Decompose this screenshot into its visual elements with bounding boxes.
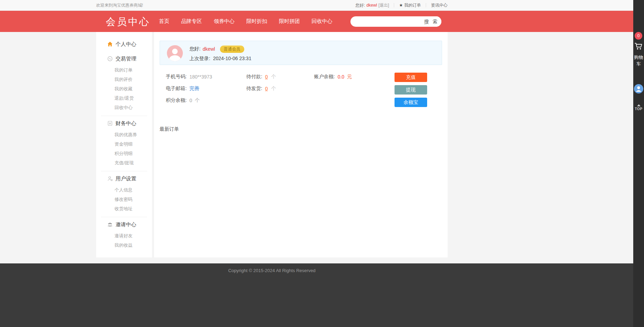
balance-unit: 元	[347, 74, 352, 80]
main-header: 会员中心 首页 品牌专区 领券中心 限时折扣 限时拼团 回收中心 搜 索	[0, 11, 633, 32]
sidebar-item-user-settings[interactable]: 用户设置	[96, 175, 152, 182]
back-to-top-button[interactable]: TOP	[633, 104, 644, 111]
nav-flash-discount[interactable]: 限时折扣	[244, 17, 269, 26]
topbar-username-link[interactable]: dkewl	[366, 3, 377, 8]
yuebao-button[interactable]: 余额宝	[395, 98, 427, 107]
pending-payment-label: 待付款:	[246, 74, 262, 80]
sidebar-item-my-reviews[interactable]: 我的评价	[96, 75, 152, 84]
nav-brand-zone[interactable]: 品牌专区	[179, 17, 204, 26]
sidebar-item-trade-management[interactable]: 交易管理	[96, 55, 152, 63]
pending-shipping-count-link[interactable]: 0	[265, 86, 268, 91]
profile-greeting-label: 您好:	[189, 46, 201, 52]
sidebar-section-title: 财务中心	[116, 120, 136, 127]
topbar-divider	[394, 3, 394, 7]
pending-payment-unit: 个	[271, 74, 276, 80]
invite-icon	[107, 222, 113, 227]
main-nav: 首页 品牌专区 领券中心 限时折扣 限时拼团 回收中心	[157, 11, 334, 32]
sidebar-item-shipping-address[interactable]: 收货地址	[96, 204, 152, 213]
topbar: 欢迎来到淘宝优惠券商城! 您好: dkewl [退出] ★ 我的订单 资讯中心	[0, 0, 633, 11]
home-icon	[107, 41, 113, 47]
search-bar: 搜 索	[350, 16, 441, 27]
balance-label: 账户余额:	[314, 74, 335, 80]
copyright-text: Copyright © 2015-2024 All Rights Reserve…	[96, 263, 448, 273]
sidebar-item-finance-center[interactable]: 财务中心	[96, 120, 152, 127]
up-arrow-icon	[637, 104, 641, 106]
main-content: 您好: dkewl 普通会员 上次登录: 2024-10-06 23:31 手机…	[154, 32, 448, 257]
balance-value: 0.0	[338, 74, 344, 80]
phone-label: 手机号码:	[166, 74, 187, 80]
points-value: 0	[189, 98, 192, 103]
pending-shipping-unit: 个	[271, 85, 276, 92]
sidebar-item-points-details[interactable]: 积分明细	[96, 149, 152, 158]
welcome-text: 欢迎来到淘宝优惠券商城!	[96, 2, 143, 8]
search-input[interactable]	[350, 16, 421, 27]
sidebar-item-my-earnings[interactable]: 我的收益	[96, 240, 152, 250]
pending-shipping-label: 待发货:	[246, 85, 262, 92]
email-label: 电子邮箱:	[166, 85, 187, 92]
sidebar-item-personal-info[interactable]: 个人信息	[96, 185, 152, 195]
user-settings-icon	[107, 176, 113, 181]
sidebar-divider	[101, 217, 147, 217]
greeting-label: 您好:	[356, 2, 365, 8]
sidebar-item-recharge-withdraw[interactable]: 充值/提现	[96, 158, 152, 167]
sidebar-item-my-favorites[interactable]: 我的收藏	[96, 84, 152, 93]
site-logo[interactable]: 会员中心	[106, 15, 150, 28]
member-level-badge: 普通会员	[220, 46, 244, 53]
nav-home[interactable]: 首页	[157, 17, 171, 26]
sidebar-item-recycle-center[interactable]: 回收中心	[96, 103, 152, 112]
cart-icon[interactable]	[634, 42, 643, 51]
cart-count-badge: 0	[635, 32, 642, 40]
sidebar-divider	[101, 116, 147, 116]
sidebar-item-change-password[interactable]: 修改密码	[96, 195, 152, 204]
email-complete-link[interactable]: 完善	[189, 85, 199, 92]
cart-label[interactable]: 购物车	[633, 54, 644, 67]
profile-username: dkewl	[203, 46, 215, 52]
sidebar-item-refund-return[interactable]: 退款/退货	[96, 93, 152, 103]
trade-icon	[107, 56, 113, 62]
sidebar-section-title: 个人中心	[116, 41, 136, 48]
logout-link[interactable]: [退出]	[379, 2, 389, 8]
sidebar-item-my-orders[interactable]: 我的订单	[96, 65, 152, 75]
sidebar-section-title: 交易管理	[116, 56, 136, 62]
nav-coupon-center[interactable]: 领券中心	[212, 17, 237, 26]
footer: Copyright © 2015-2024 All Rights Reserve…	[0, 263, 633, 327]
last-login-time: 2024-10-06 23:31	[213, 56, 252, 62]
pending-payment-count-link[interactable]: 0	[265, 74, 268, 80]
sidebar-item-invite-center[interactable]: 邀请中心	[96, 221, 152, 228]
search-button[interactable]: 搜 索	[421, 16, 441, 27]
points-unit: 个	[195, 97, 200, 104]
sidebar-item-personal-center[interactable]: 个人中心	[96, 40, 152, 48]
sidebar-item-invite-friends[interactable]: 邀请好友	[96, 231, 152, 240]
sidebar-section-title: 邀请中心	[116, 221, 136, 228]
sidebar-item-my-coupons[interactable]: 我的优惠券	[96, 130, 152, 139]
avatar	[167, 45, 183, 61]
sidebar-item-fund-details[interactable]: 资金明细	[96, 139, 152, 149]
customer-service-icon[interactable]	[634, 84, 643, 93]
star-icon: ★	[399, 3, 403, 8]
latest-orders-title: 最新订单	[160, 126, 442, 132]
right-rail: 0 购物车 TOP	[633, 0, 644, 327]
nav-recycle-center[interactable]: 回收中心	[310, 17, 334, 26]
sidebar-divider	[101, 171, 147, 171]
topbar-divider	[426, 3, 426, 7]
my-orders-link[interactable]: 我的订单	[404, 2, 421, 8]
last-login-label: 上次登录:	[189, 56, 210, 62]
user-info-card: 您好: dkewl 普通会员 上次登录: 2024-10-06 23:31	[160, 41, 442, 65]
account-summary: 手机号码: 180**3973 电子邮箱: 完善 积分余额: 0 个 待付款: …	[160, 70, 442, 113]
recharge-button[interactable]: 充值	[395, 73, 427, 82]
sidebar-section-title: 用户设置	[116, 175, 136, 182]
phone-value: 180**3973	[189, 74, 212, 80]
points-label: 积分余额:	[166, 97, 187, 104]
news-center-link[interactable]: 资讯中心	[431, 2, 448, 8]
nav-group-buy[interactable]: 限时拼团	[277, 17, 302, 26]
finance-icon	[107, 121, 113, 126]
sidebar: 个人中心 交易管理 我的订单 我的评价 我的收藏 退款/退货 回收中心 财务中心…	[96, 32, 152, 257]
member-center-page: 欢迎来到淘宝优惠券商城! 您好: dkewl [退出] ★ 我的订单 资讯中心 …	[0, 0, 644, 327]
withdraw-button[interactable]: 提现	[395, 85, 427, 95]
